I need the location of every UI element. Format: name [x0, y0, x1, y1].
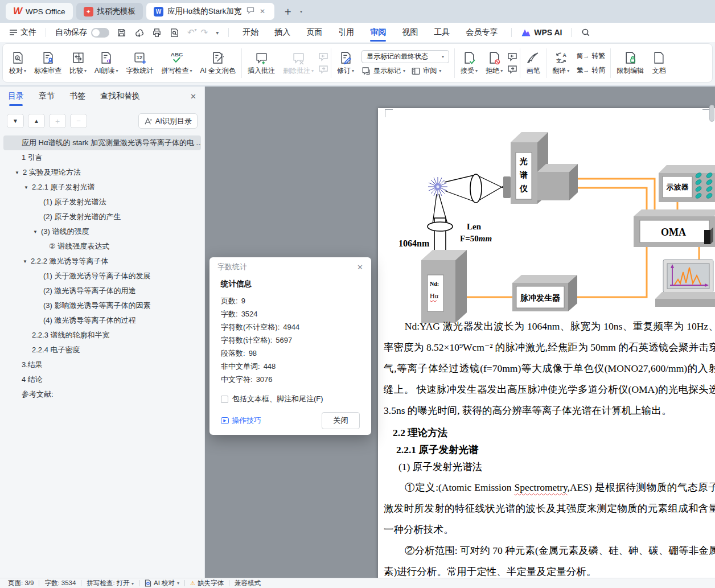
- ribbon-tab-5[interactable]: 视图: [394, 23, 426, 42]
- standard-review-button[interactable]: 标准审查: [30, 46, 65, 80]
- collapse-all-button[interactable]: ▲: [28, 114, 45, 128]
- stat-label: 页数:: [221, 294, 238, 307]
- previous-revision-icon[interactable]: [507, 52, 518, 62]
- dialog-titlebar[interactable]: 字数统计 ✕: [209, 257, 371, 277]
- vertical-scrollbar[interactable]: [709, 105, 714, 122]
- divider: [546, 48, 546, 78]
- toc-item[interactable]: (4) 激光诱导等离子体的过程: [3, 313, 201, 328]
- ribbon-tab-7[interactable]: 会员专享: [458, 23, 506, 42]
- track-changes-button[interactable]: 修订▾: [333, 46, 358, 80]
- show-markup-button[interactable]: 显示标记▾: [361, 66, 405, 76]
- toc-item[interactable]: ▼(3) 谱线的强度: [3, 224, 201, 239]
- compare-button[interactable]: 比较▾: [65, 46, 91, 80]
- spell-check-button[interactable]: ABC 拼写检查▾: [157, 46, 196, 80]
- toc-collapse-arrow-icon[interactable]: ▼: [24, 185, 32, 190]
- ribbon-area: 校对▾ 标准审查 比较▾ AI朗读▾ 12 字数统计 ABC 拼写检查▾ AI …: [0, 42, 715, 85]
- page-indicator[interactable]: 页面: 3/9: [8, 579, 34, 587]
- proofread-button[interactable]: 校对▾: [5, 46, 30, 80]
- to-simplified-button[interactable]: 繁→ 转简: [577, 65, 605, 75]
- word-count-button[interactable]: 12 字数统计: [122, 46, 157, 80]
- review-pane-button[interactable]: 审阅▾: [411, 66, 441, 76]
- ribbon-tab-4[interactable]: 审阅: [362, 23, 394, 42]
- next-revision-icon[interactable]: [507, 64, 518, 75]
- toc-item[interactable]: ▼2.2.2 激光诱导等离子体: [3, 254, 201, 269]
- tab-document[interactable]: W 应用Hα线的Stark加宽测量激 ✕: [146, 3, 274, 20]
- accept-revision-button[interactable]: 接受▾: [457, 46, 482, 80]
- tab-wps-office[interactable]: W WPS Office: [6, 3, 73, 20]
- wps-ai-button[interactable]: WPS AI: [517, 28, 565, 37]
- toc-item[interactable]: 2.2.3 谱线的轮廓和半宽: [3, 328, 201, 343]
- expand-all-button[interactable]: ▼: [7, 114, 24, 128]
- export-icon[interactable]: [130, 28, 148, 38]
- sidebar-tab-contents[interactable]: 目录: [8, 87, 24, 106]
- toc-item[interactable]: ▼2 实验及理论方法: [3, 165, 201, 180]
- close-button[interactable]: 关闭: [322, 412, 360, 429]
- ai-proof-status[interactable]: AI 校对 ▾: [145, 579, 179, 587]
- markup-state-select[interactable]: 显示标记的最终状态▾: [361, 50, 449, 63]
- reject-revision-button[interactable]: 拒绝▾: [482, 46, 507, 80]
- toc-item[interactable]: 2.2.4 电子密度: [3, 343, 201, 357]
- toc-item[interactable]: (1) 关于激光诱导等离子体的发展: [3, 269, 201, 283]
- toc-item[interactable]: 应用 Hα谱线的 stark 加宽测量激光诱导等离子体的电 ...: [3, 135, 201, 150]
- toc-item[interactable]: (2) 原子发射光谱的产生: [3, 209, 201, 224]
- translate-button[interactable]: A文 翻译▾: [548, 46, 573, 80]
- tab-template-store[interactable]: ✦ 找稻壳模板: [76, 3, 143, 20]
- missing-font-warning[interactable]: ⚠ 缺失字体: [190, 579, 224, 587]
- ribbon-tab-1[interactable]: 插入: [266, 23, 298, 42]
- word-count-dialog[interactable]: 字数统计 ✕ 统计信息 页数:9字数:3524字符数(不计空格):4944字符数…: [209, 257, 371, 435]
- sidebar-tab-chapters[interactable]: 章节: [39, 87, 55, 106]
- checkbox-icon[interactable]: [221, 396, 228, 403]
- toc-item[interactable]: ▼2.2.1 原子发射光谱: [3, 180, 201, 195]
- sidebar-tab-bookmarks[interactable]: 书签: [69, 87, 85, 106]
- toc-item[interactable]: ② 谱线强度表达式: [3, 239, 201, 254]
- file-menu[interactable]: 文件: [6, 27, 40, 38]
- to-traditional-button[interactable]: 简→ 转繁: [577, 51, 605, 61]
- document-text[interactable]: Nd:YAG 激光器发出波长为 1064nm、脉宽为 10ns、重复频率为 10…: [384, 316, 715, 578]
- spellcheck-status[interactable]: 拼写检查: 打开 ▾: [87, 579, 134, 587]
- sidebar-close-icon[interactable]: ✕: [190, 92, 196, 101]
- toc-item[interactable]: 1 引言: [3, 150, 201, 165]
- word-count-indicator[interactable]: 字数: 3534: [44, 579, 76, 587]
- document-page[interactable]: Nd: Hα: [378, 108, 715, 578]
- ribbon-tab-3[interactable]: 引用: [330, 23, 362, 42]
- insert-comment-button[interactable]: 插入批注: [244, 46, 279, 80]
- tab-list-chevron-icon[interactable]: ▾: [300, 9, 302, 14]
- ai-read-aloud-button[interactable]: AI朗读▾: [91, 46, 122, 80]
- print-icon[interactable]: [148, 28, 166, 38]
- search-icon[interactable]: [577, 28, 594, 37]
- toc-collapse-arrow-icon[interactable]: ▼: [15, 170, 23, 175]
- toc-collapse-arrow-icon[interactable]: ▼: [23, 259, 31, 264]
- tips-link[interactable]: ▶ 操作技巧: [221, 416, 261, 426]
- ribbon-tab-6[interactable]: 工具: [426, 23, 458, 42]
- autosave-control[interactable]: 自动保存: [52, 27, 113, 38]
- print-preview-icon[interactable]: [166, 28, 183, 38]
- ai-polish-button[interactable]: AI 全文润色: [196, 46, 240, 80]
- save-icon[interactable]: [113, 28, 130, 38]
- toc-collapse-arrow-icon[interactable]: ▼: [33, 229, 41, 235]
- more-commands-chevron-icon[interactable]: ▾: [212, 30, 223, 36]
- toc-item[interactable]: (1) 原子发射光谱法: [3, 195, 201, 209]
- dialog-close-icon[interactable]: ✕: [357, 263, 363, 272]
- document-permission-button[interactable]: 文档: [648, 46, 670, 80]
- fan-glyph-icon: 繁→: [577, 66, 589, 75]
- close-tab-icon[interactable]: ✕: [260, 7, 265, 15]
- toc-item[interactable]: 4 结论: [3, 372, 201, 387]
- compatibility-mode-badge[interactable]: 兼容模式: [235, 579, 261, 587]
- include-textbox-checkbox[interactable]: 包括文本框、脚注和尾注(F): [221, 394, 360, 404]
- ribbon-tab-2[interactable]: 页面: [298, 23, 330, 42]
- toc-item[interactable]: (2) 激光诱导等离子体的用途: [3, 283, 201, 298]
- autosave-toggle[interactable]: [91, 28, 109, 38]
- new-tab-icon[interactable]: ＋: [282, 4, 293, 19]
- toc-item[interactable]: 参考文献:: [3, 387, 201, 402]
- restrict-editing-button[interactable]: 限制编辑: [613, 46, 648, 80]
- ai-recognize-toc-button[interactable]: AI识别目录: [138, 113, 198, 129]
- divider: [520, 48, 520, 78]
- ribbon-tab-0[interactable]: 开始: [235, 23, 266, 42]
- toc-item[interactable]: 3.结果: [3, 357, 201, 372]
- sidebar-tab-find-replace[interactable]: 查找和替换: [100, 87, 140, 106]
- comment-bubble-icon[interactable]: [246, 7, 254, 16]
- laser-head: Nd: Hα: [421, 194, 467, 323]
- plasma-spark: [428, 177, 447, 196]
- pen-button[interactable]: 画笔: [522, 46, 544, 80]
- toc-item[interactable]: (3) 影响激光诱导等离子体的因素: [3, 298, 201, 313]
